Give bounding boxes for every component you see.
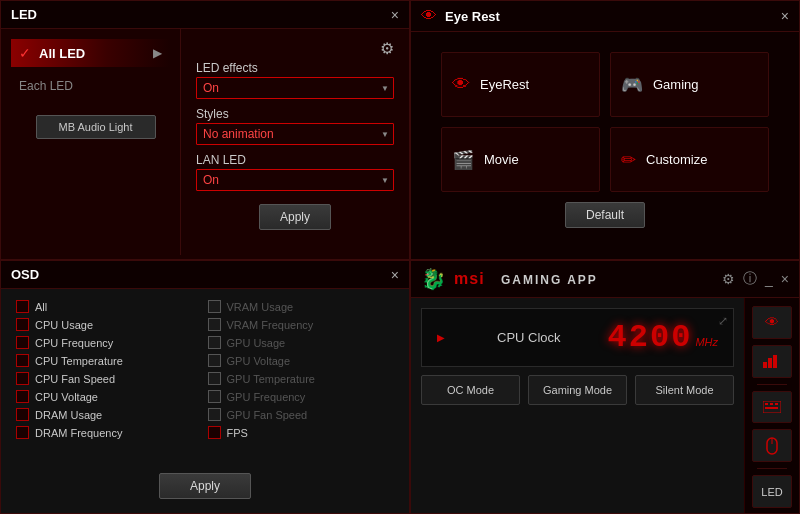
led-panel-header: LED × — [1, 1, 409, 29]
osd-checkbox-cpu-usage[interactable] — [16, 318, 29, 331]
msi-sidebar-led-button[interactable]: LED — [752, 475, 792, 508]
osd-apply-area: Apply — [16, 465, 394, 499]
msi-sidebar-eye-button[interactable]: 👁 — [752, 306, 792, 339]
osd-content: All CPU Usage CPU Frequency CPU Temperat… — [1, 289, 409, 509]
gaming-mode-button[interactable]: Gaming Mode — [528, 375, 627, 405]
led-all-item[interactable]: ✓ All LED ▶ — [11, 39, 170, 67]
osd-checkbox-gpu-fan[interactable] — [208, 408, 221, 421]
osd-label-cpu-freq: CPU Frequency — [35, 337, 113, 349]
osd-label-vram-freq: VRAM Frequency — [227, 319, 314, 331]
led-effects-dropdown-wrapper[interactable]: On Off — [196, 77, 394, 99]
msi-sidebar: 👁 — [744, 298, 799, 514]
osd-checkbox-dram-freq[interactable] — [16, 426, 29, 439]
led-all-label: All LED — [39, 46, 85, 61]
led-close-button[interactable]: × — [391, 8, 399, 22]
osd-panel: OSD × All CPU Usage CPU Frequency — [0, 260, 410, 514]
msi-dragon-icon: 🐉 — [421, 267, 446, 291]
osd-label-gpu-freq: GPU Frequency — [227, 391, 306, 403]
eye-rest-title: Eye Rest — [445, 9, 500, 24]
osd-label-fps: FPS — [227, 427, 248, 439]
gaming-button-label: Gaming — [653, 77, 699, 92]
osd-checkbox-fps[interactable] — [208, 426, 221, 439]
led-each-item[interactable]: Each LED — [11, 75, 170, 97]
movie-button[interactable]: 🎬 Movie — [441, 127, 600, 192]
osd-item-cpu-fan: CPU Fan Speed — [16, 371, 203, 386]
osd-label-gpu-fan: GPU Fan Speed — [227, 409, 308, 421]
osd-label-gpu-volt: GPU Voltage — [227, 355, 291, 367]
osd-checkbox-vram-usage[interactable] — [208, 300, 221, 313]
led-left-panel: ✓ All LED ▶ Each LED MB Audio Light — [1, 29, 181, 255]
eye-rest-panel: 👁 Eye Rest × 👁 EyeRest 🎮 Gaming 🎬 Movie … — [410, 0, 800, 260]
msi-close-icon[interactable]: × — [781, 271, 789, 287]
eye-rest-default-button[interactable]: Default — [565, 202, 645, 228]
osd-checkbox-cpu-volt[interactable] — [16, 390, 29, 403]
osd-label-vram-usage: VRAM Usage — [227, 301, 294, 313]
led-effects-select[interactable]: On Off — [196, 77, 394, 99]
msi-panel-header: 🐉 msi GAMING APP ⚙ ⓘ _ × — [411, 261, 799, 298]
led-lan-select[interactable]: On Off — [196, 169, 394, 191]
led-styles-dropdown-wrapper[interactable]: No animation Static Breathing — [196, 123, 394, 145]
led-apply-button[interactable]: Apply — [259, 204, 331, 230]
eyerest-button-label: EyeRest — [480, 77, 529, 92]
osd-item-gpu-temp: GPU Temperature — [208, 371, 395, 386]
eyerest-button-icon: 👁 — [452, 74, 470, 95]
osd-close-button[interactable]: × — [391, 268, 399, 282]
osd-checkbox-gpu-usage[interactable] — [208, 336, 221, 349]
eyerest-button[interactable]: 👁 EyeRest — [441, 52, 600, 117]
osd-checkbox-cpu-fan[interactable] — [16, 372, 29, 385]
svg-rect-7 — [765, 407, 778, 409]
svg-rect-6 — [775, 403, 778, 405]
msi-sidebar-chart-button[interactable] — [752, 345, 792, 378]
osd-checkbox-cpu-freq[interactable] — [16, 336, 29, 349]
osd-panel-header: OSD × — [1, 261, 409, 289]
osd-checkbox-all[interactable] — [16, 300, 29, 313]
led-arrow-icon: ▶ — [153, 46, 162, 60]
osd-item-vram-freq: VRAM Frequency — [208, 317, 395, 332]
osd-item-fps: FPS — [208, 425, 395, 440]
msi-main-area: ▶ CPU Clock 4200 MHz ⤢ OC Mode Gaming Mo… — [411, 298, 744, 514]
msi-info-icon[interactable]: ⓘ — [743, 270, 757, 288]
svg-rect-5 — [770, 403, 773, 405]
silent-mode-button[interactable]: Silent Mode — [635, 375, 734, 405]
expand-icon: ⤢ — [718, 314, 728, 328]
msi-header-icons: ⚙ ⓘ _ × — [722, 270, 789, 288]
osd-checkbox-gpu-freq[interactable] — [208, 390, 221, 403]
msi-logo-area: 🐉 msi GAMING APP — [421, 267, 598, 291]
customize-button-label: Customize — [646, 152, 707, 167]
msi-minimize-icon[interactable]: _ — [765, 271, 773, 287]
led-check-icon: ✓ — [19, 45, 31, 61]
osd-checkbox-gpu-temp[interactable] — [208, 372, 221, 385]
led-mb-audio-button[interactable]: MB Audio Light — [36, 115, 156, 139]
led-panel-title: LED — [11, 7, 37, 22]
osd-apply-button[interactable]: Apply — [159, 473, 251, 499]
msi-subtitle-text: GAMING APP — [501, 273, 598, 287]
customize-button-icon: ✏ — [621, 149, 636, 171]
keyboard-icon — [763, 401, 781, 413]
led-lan-dropdown-wrapper[interactable]: On Off — [196, 169, 394, 191]
osd-item-vram-usage: VRAM Usage — [208, 299, 395, 314]
svg-rect-2 — [773, 355, 777, 368]
cpu-clock-display: ▶ CPU Clock 4200 MHz ⤢ — [421, 308, 734, 367]
customize-button[interactable]: ✏ Customize — [610, 127, 769, 192]
osd-label-gpu-usage: GPU Usage — [227, 337, 286, 349]
cpu-clock-unit: MHz — [695, 336, 718, 348]
osd-col-2: VRAM Usage VRAM Frequency GPU Usage GPU … — [208, 299, 395, 465]
gaming-button-icon: 🎮 — [621, 74, 643, 96]
msi-title: msi GAMING APP — [454, 270, 598, 288]
osd-item-gpu-freq: GPU Frequency — [208, 389, 395, 404]
osd-item-gpu-usage: GPU Usage — [208, 335, 395, 350]
eye-rest-header-icon: 👁 — [421, 7, 437, 25]
osd-panel-title: OSD — [11, 267, 39, 282]
led-styles-select[interactable]: No animation Static Breathing — [196, 123, 394, 145]
msi-gear-icon[interactable]: ⚙ — [722, 271, 735, 287]
msi-sidebar-eye-icon: 👁 — [765, 314, 779, 330]
osd-checkbox-gpu-volt[interactable] — [208, 354, 221, 367]
gaming-button[interactable]: 🎮 Gaming — [610, 52, 769, 117]
msi-sidebar-keyboard-button[interactable] — [752, 391, 792, 424]
osd-checkbox-dram-usage[interactable] — [16, 408, 29, 421]
msi-sidebar-mouse-button[interactable] — [752, 429, 792, 462]
oc-mode-button[interactable]: OC Mode — [421, 375, 520, 405]
osd-checkbox-cpu-temp[interactable] — [16, 354, 29, 367]
osd-checkbox-vram-freq[interactable] — [208, 318, 221, 331]
eye-rest-close-button[interactable]: × — [781, 9, 789, 23]
